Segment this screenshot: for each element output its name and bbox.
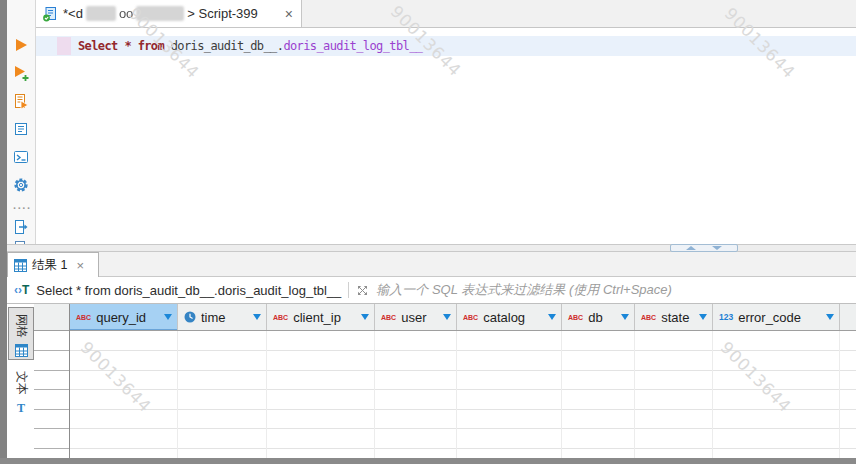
datetime-type-icon (184, 311, 196, 323)
column-header-time[interactable]: time (178, 304, 267, 330)
filter-separator (348, 282, 349, 298)
string-type-icon: ABC (273, 314, 288, 321)
panel-collapse-control[interactable] (670, 244, 738, 252)
results-tab-1[interactable]: 结果 1 × (7, 252, 99, 277)
sql-script-check-icon (42, 6, 58, 22)
column-header-query_id[interactable]: ABCquery_id (70, 304, 178, 330)
grid-view-label: 网格 (14, 311, 28, 341)
export-data-icon[interactable] (13, 219, 29, 235)
filter-expression-icon: ‹›T (14, 283, 29, 297)
row-number-gutter (34, 304, 70, 458)
string-type-icon: ABC (568, 314, 583, 321)
column-dropdown-arrow-icon[interactable] (699, 314, 707, 320)
collapse-down-icon[interactable] (712, 246, 722, 250)
sql-console-icon[interactable] (13, 149, 29, 165)
column-separator (561, 331, 562, 458)
dbeaver-sql-editor-window: ···· *<d oo > Script-399 × Select * from… (0, 0, 856, 464)
column-label: query_id (96, 310, 160, 325)
sql-token: doris_audit_log_tbl__ (283, 39, 422, 53)
grid-view-icon (15, 344, 28, 357)
grid-row (70, 410, 856, 430)
editor-tab-title: *<d oo > Script-399 (63, 6, 258, 21)
sql-token (131, 39, 138, 53)
editor-results-sash[interactable] (7, 244, 856, 252)
view-tab-text[interactable]: 文本 T (8, 366, 34, 418)
gutter-row (34, 331, 69, 351)
column-dropdown-arrow-icon[interactable] (361, 314, 369, 320)
overflow-dots[interactable]: ···· (13, 204, 29, 220)
execute-new-tab-icon[interactable] (13, 65, 29, 81)
sql-token: Select (78, 39, 118, 53)
filter-input-placeholder[interactable]: 输入一个 SQL 表达式来过滤结果 (使用 Ctrl+Space) (376, 281, 672, 299)
redacted-text (136, 6, 184, 21)
gutter-corner (34, 304, 69, 331)
window-bottom-edge (0, 458, 856, 464)
column-label: user (401, 310, 439, 325)
results-filter-bar[interactable]: ‹›T Select * from doris_audit_db__.doris… (7, 277, 856, 304)
column-dropdown-arrow-icon[interactable] (253, 314, 261, 320)
results-tab-label: 结果 1 (32, 257, 67, 274)
column-header-user[interactable]: ABCuser (375, 304, 457, 330)
string-type-icon: ABC (381, 314, 396, 321)
grid-row (70, 371, 856, 391)
column-separator (177, 331, 178, 458)
line-marker (57, 37, 71, 55)
collapse-up-icon[interactable] (686, 246, 696, 250)
column-label: state (661, 310, 695, 325)
grid-body (70, 331, 856, 458)
editor-tab-script-399[interactable]: *<d oo > Script-399 × (36, 0, 302, 27)
redacted-text (86, 6, 116, 21)
execute-sql-icon[interactable] (13, 37, 29, 53)
sql-editor-toolbar: ···· (7, 0, 36, 252)
column-dropdown-arrow-icon[interactable] (548, 314, 556, 320)
explain-plan-icon[interactable] (13, 121, 29, 137)
results-tab-close-icon[interactable]: × (76, 258, 84, 273)
column-header-state[interactable]: ABCstate (635, 304, 713, 330)
sql-token: from (138, 39, 165, 53)
column-dropdown-arrow-icon[interactable] (621, 314, 629, 320)
column-separator (712, 331, 713, 458)
column-header-db[interactable]: ABCdb (562, 304, 635, 330)
grid-header: ABCquery_idtimeABCclient_ipABCuserABCcat… (70, 304, 856, 331)
filter-source-expression: Select * from doris_audit_db__.doris_aud… (36, 283, 341, 298)
result-grid-zone: 网格 文本 T ABCquery_idtimeABCclient_ipABCus… (7, 304, 856, 458)
view-tab-grid[interactable]: 网格 (8, 307, 34, 360)
string-type-icon: ABC (641, 314, 656, 321)
column-separator (374, 331, 375, 458)
gutter-row (34, 410, 69, 430)
settings-gear-icon[interactable] (13, 177, 29, 193)
sql-statement[interactable]: Select * from doris_audit_db__.doris_aud… (78, 39, 423, 53)
tab-close-icon[interactable]: × (285, 7, 293, 21)
gutter-row (34, 429, 69, 449)
gutter-row (34, 371, 69, 391)
sql-editor[interactable]: Select * from doris_audit_db__.doris_aud… (36, 28, 856, 244)
column-dropdown-arrow-icon[interactable] (443, 314, 451, 320)
column-dropdown-arrow-icon[interactable] (164, 314, 172, 320)
column-header-client_ip[interactable]: ABCclient_ip (267, 304, 375, 330)
gutter-row (34, 390, 69, 410)
results-panel: 结果 1 × ‹›T Select * from doris_audit_db_… (7, 252, 856, 458)
string-type-icon: ABC (76, 314, 91, 321)
column-separator (839, 331, 840, 458)
column-label: catalog (483, 310, 544, 325)
column-separator (634, 331, 635, 458)
column-header-catalog[interactable]: ABCcatalog (457, 304, 562, 330)
column-separator (266, 331, 267, 458)
window-left-edge (0, 0, 7, 464)
grid-row (70, 331, 856, 351)
column-label: client_ip (293, 310, 357, 325)
column-separator (456, 331, 457, 458)
column-label: time (201, 310, 249, 325)
column-header-error_code[interactable]: 123error_code (713, 304, 840, 330)
text-view-label: 文本 (14, 368, 28, 398)
gutter-row (34, 351, 69, 371)
grid-row (70, 429, 856, 449)
column-dropdown-arrow-icon[interactable] (826, 314, 834, 320)
column-label: db (588, 310, 617, 325)
column-label: error_code (738, 310, 822, 325)
text-view-icon: T (17, 401, 25, 416)
grid-row (70, 351, 856, 371)
numeric-type-icon: 123 (719, 312, 733, 322)
expand-filter-icon[interactable] (356, 284, 369, 297)
execute-script-icon[interactable] (13, 93, 29, 109)
